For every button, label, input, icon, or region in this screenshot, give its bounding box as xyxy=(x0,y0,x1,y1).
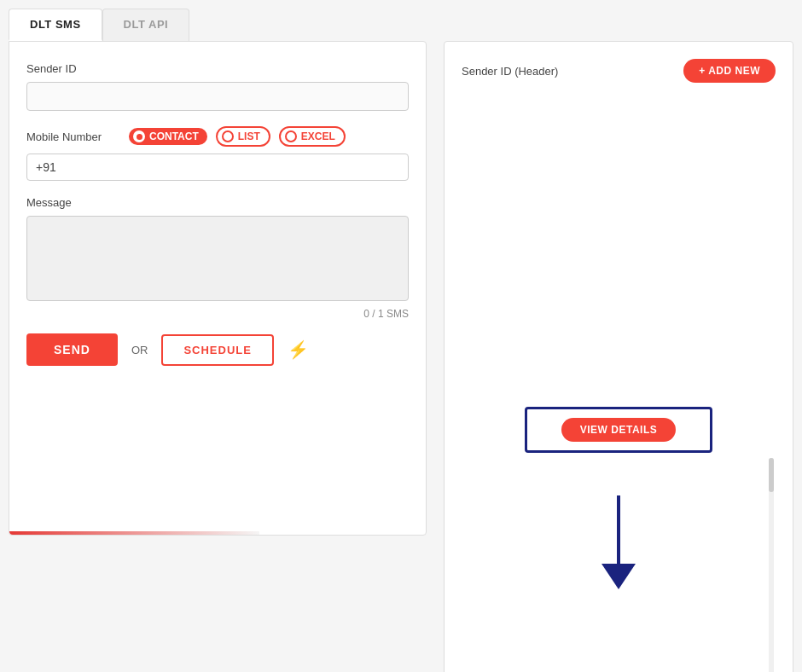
right-panel-content: VIEW DETAILS xyxy=(462,407,776,672)
message-textarea[interactable] xyxy=(26,216,409,301)
lightning-icon[interactable]: ⚡ xyxy=(288,339,309,360)
arrow-head xyxy=(602,564,636,589)
mobile-number-label: Mobile Number xyxy=(26,130,120,143)
radio-list[interactable]: LIST xyxy=(216,126,270,147)
left-panel: Sender ID Mobile Number CONTACT LIST xyxy=(9,41,427,536)
scrollbar[interactable] xyxy=(769,458,774,672)
send-button[interactable]: SEND xyxy=(26,333,118,366)
radio-contact-dot xyxy=(133,130,145,142)
phone-prefix: +91 xyxy=(36,160,56,174)
scrollbar-thumb xyxy=(769,458,774,492)
actions-row: SEND OR SCHEDULE ⚡ xyxy=(26,333,409,366)
view-details-button[interactable]: VIEW DETAILS xyxy=(561,418,676,442)
tab-dlt-sms[interactable]: DLT SMS xyxy=(9,9,102,41)
radio-contact[interactable]: CONTACT xyxy=(129,128,207,145)
radio-excel-label: EXCEL xyxy=(301,130,335,142)
radio-excel-dot xyxy=(285,130,297,142)
radio-excel[interactable]: EXCEL xyxy=(279,126,346,147)
phone-input[interactable] xyxy=(63,160,399,174)
message-label: Message xyxy=(26,196,409,209)
view-details-box: VIEW DETAILS xyxy=(525,407,712,453)
sender-id-header-label: Sender ID (Header) xyxy=(462,65,558,78)
right-panel-header: Sender ID (Header) + ADD NEW xyxy=(462,59,776,83)
phone-input-container: +91 xyxy=(26,154,409,181)
add-new-button[interactable]: + ADD NEW xyxy=(683,59,776,83)
radio-contact-label: CONTACT xyxy=(149,130,199,142)
or-text: OR xyxy=(131,344,148,356)
sender-id-label: Sender ID xyxy=(26,62,409,75)
down-arrow xyxy=(602,495,636,589)
right-panel: Sender ID (Header) + ADD NEW VIEW DETAIL… xyxy=(444,41,793,672)
radio-list-label: LIST xyxy=(238,130,260,142)
sender-id-input[interactable] xyxy=(26,82,409,111)
radio-list-dot xyxy=(222,130,234,142)
arrow-line xyxy=(617,495,620,564)
tab-dlt-api[interactable]: DLT API xyxy=(102,9,190,41)
progress-bar xyxy=(9,531,259,535)
sms-count: 0 / 1 SMS xyxy=(26,308,409,320)
schedule-button[interactable]: SCHEDULE xyxy=(161,334,274,366)
